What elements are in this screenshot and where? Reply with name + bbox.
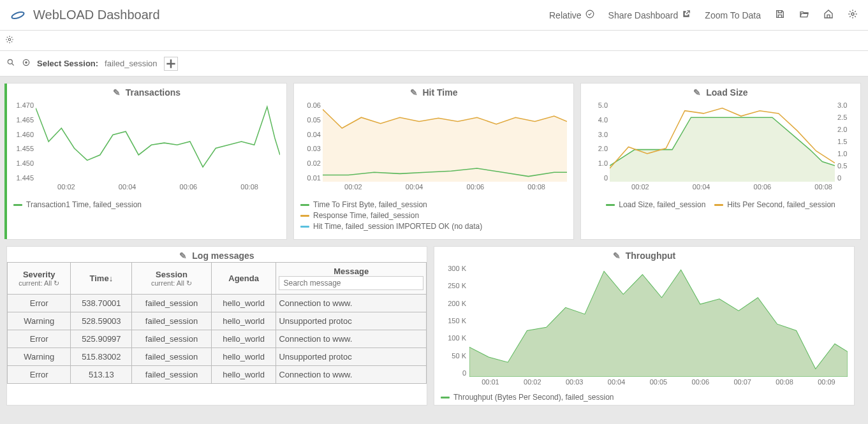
cell-time: 528.59003 (71, 312, 132, 330)
share-dashboard-button[interactable]: Share Dashboard (608, 10, 691, 20)
zoom-label: Zoom To Data (705, 10, 761, 20)
x-axis: 00:02 00:04 00:06 00:08 (323, 183, 567, 193)
panel-title-throughput[interactable]: ✎ Throughput (434, 247, 854, 262)
log-table: Severity current: All ↻ Time↓ Session cu… (7, 262, 427, 384)
gear-icon[interactable] (848, 9, 858, 21)
panel-load-size: ✎ Load Size 5.0 4.0 3.0 2.0 1.0 0 3.0 2.… (580, 83, 861, 240)
cell-session: failed_session (132, 366, 211, 384)
cell-message: Connection to www. (276, 295, 427, 312)
legend-swatch (300, 204, 309, 206)
svg-point-1 (586, 10, 594, 18)
svg-marker-9 (469, 270, 848, 377)
cell-severity: Error (8, 366, 71, 384)
pencil-icon: ✎ (113, 87, 121, 98)
legend-item[interactable]: Throughput (Bytes Per Second), failed_se… (441, 393, 848, 402)
legend-swatch (300, 215, 309, 217)
add-session-button[interactable] (164, 57, 178, 71)
panel-row-1: ✎ Transactions 1.470 1.465 1.460 1.455 1… (0, 77, 868, 240)
legend-throughput: Throughput (Bytes Per Second), failed_se… (434, 390, 854, 405)
cell-session: failed_session (132, 330, 211, 348)
cell-agenda: hello_world (211, 366, 276, 384)
share-icon (682, 10, 691, 20)
legend-swatch (606, 204, 615, 206)
chart-throughput[interactable]: 300 K 250 K 200 K 150 K 100 K 50 K 0 00:… (434, 262, 854, 390)
chart-transactions[interactable]: 1.470 1.465 1.460 1.455 1.450 1.445 00:0… (7, 99, 286, 194)
cell-severity: Warning (8, 312, 71, 330)
app-logo-icon (10, 8, 26, 23)
legend-swatch (13, 204, 22, 206)
select-session-label: Select Session: (37, 59, 98, 68)
save-icon[interactable] (775, 9, 785, 21)
plot-area (610, 101, 835, 182)
col-time[interactable]: Time↓ (71, 263, 132, 295)
col-session[interactable]: Session current: All ↻ (132, 263, 211, 295)
chart-load-size[interactable]: 5.0 4.0 3.0 2.0 1.0 0 3.0 2.5 2.0 1.5 1.… (581, 99, 860, 194)
zoom-to-data-button[interactable]: Zoom To Data (705, 10, 761, 20)
folder-open-icon[interactable] (799, 9, 809, 21)
pencil-icon: ✎ (179, 251, 187, 261)
legend-item[interactable]: Hits Per Second, failed_session (714, 200, 835, 209)
message-search-input[interactable] (279, 276, 423, 290)
refresh-icon[interactable]: ↻ (54, 279, 59, 287)
plot-area (469, 265, 848, 377)
plot-area (323, 101, 567, 182)
cell-time: 513.13 (71, 366, 132, 384)
col-message: Message (276, 263, 427, 295)
col-agenda[interactable]: Agenda (211, 263, 276, 295)
panel-row-2: ✎ Log messages Severity current: All ↻ T… (0, 246, 868, 412)
legend-item[interactable]: Response Time, failed_session (300, 211, 567, 220)
y-axis-right: 3.0 2.5 2.0 1.5 1.0 0.5 0 (837, 101, 858, 182)
target-icon[interactable] (22, 58, 31, 69)
legend-item[interactable]: Load Size, failed_session (606, 200, 705, 209)
cell-message: Unsupported protoc (276, 348, 427, 366)
y-axis: 300 K 250 K 200 K 150 K 100 K 50 K 0 (438, 265, 466, 377)
y-axis-left: 5.0 4.0 3.0 2.0 1.0 0 (584, 101, 608, 182)
panel-title-load-size[interactable]: ✎ Load Size (581, 84, 860, 99)
cell-message: Connection to www. (276, 330, 427, 348)
row-settings-gear-icon[interactable] (5, 35, 14, 46)
cell-session: failed_session (132, 295, 211, 312)
pencil-icon: ✎ (693, 87, 701, 98)
panel-hit-time: ✎ Hit Time 0.06 0.05 0.04 0.03 0.02 0.01… (293, 83, 574, 240)
svg-point-2 (851, 13, 854, 15)
legend-swatch (714, 204, 723, 206)
session-name[interactable]: failed_session (105, 59, 157, 68)
cell-session: failed_session (132, 312, 211, 330)
home-icon[interactable] (823, 9, 834, 21)
svg-point-0 (11, 10, 25, 19)
share-label: Share Dashboard (608, 10, 679, 20)
legend-item[interactable]: Transaction1 Time, failed_session (13, 200, 280, 209)
legend-item[interactable]: Hit Time, failed_session IMPORTED OK (no… (300, 222, 567, 231)
check-circle-icon (585, 10, 594, 20)
panel-title-logs[interactable]: ✎ Log messages (7, 247, 427, 262)
chart-hit-time[interactable]: 0.06 0.05 0.04 0.03 0.02 0.01 00:02 00:0… (294, 99, 573, 194)
legend-item[interactable]: Time To First Byte, failed_session (300, 200, 567, 209)
y-axis: 0.06 0.05 0.04 0.03 0.02 0.01 (297, 101, 321, 182)
panel-title-transactions[interactable]: ✎ Transactions (7, 84, 286, 99)
pencil-icon: ✎ (613, 251, 621, 261)
cell-severity: Error (8, 330, 71, 348)
table-row[interactable]: Error513.13failed_sessionhello_worldConn… (8, 366, 427, 384)
legend-swatch (441, 397, 450, 398)
table-row[interactable]: Error525.90997failed_sessionhello_worldC… (8, 330, 427, 348)
table-row[interactable]: Error538.70001failed_sessionhello_worldC… (8, 295, 427, 312)
refresh-icon[interactable]: ↻ (186, 279, 192, 287)
cell-time: 538.70001 (71, 295, 132, 312)
table-row[interactable]: Warning515.83002failed_sessionhello_worl… (8, 348, 427, 366)
cell-agenda: hello_world (211, 330, 276, 348)
table-row[interactable]: Warning528.59003failed_sessionhello_worl… (8, 312, 427, 330)
legend-transactions: Transaction1 Time, failed_session (7, 194, 286, 217)
table-header-row: Severity current: All ↻ Time↓ Session cu… (8, 263, 427, 295)
legend-hit-time: Time To First Byte, failed_session Respo… (294, 194, 573, 239)
panel-throughput: ✎ Throughput 300 K 250 K 200 K 150 K 100… (434, 246, 855, 406)
y-axis: 1.470 1.465 1.460 1.455 1.450 1.445 (10, 101, 34, 182)
panel-title-hit-time[interactable]: ✎ Hit Time (294, 84, 573, 99)
search-icon[interactable] (6, 58, 15, 69)
x-axis: 00:02 00:04 00:06 00:08 (610, 183, 854, 193)
cell-time: 525.90997 (71, 330, 132, 348)
panel-log-messages: ✎ Log messages Severity current: All ↻ T… (6, 246, 427, 406)
relative-toggle[interactable]: Relative (549, 10, 594, 20)
session-bar: Select Session: failed_session (0, 51, 868, 77)
cell-session: failed_session (132, 348, 211, 366)
col-severity[interactable]: Severity current: All ↻ (8, 263, 71, 295)
